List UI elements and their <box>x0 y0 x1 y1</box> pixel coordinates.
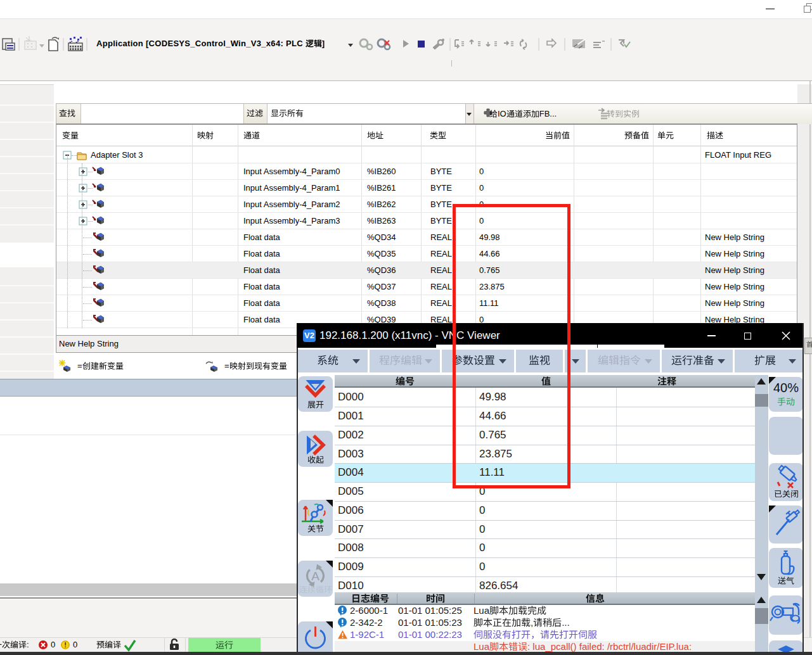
svg-text:A: A <box>311 569 319 583</box>
svg-text:!: ! <box>64 641 67 649</box>
